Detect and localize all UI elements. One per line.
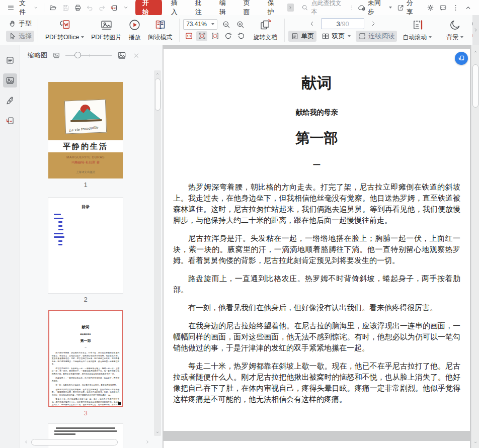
pdf-to-image-button[interactable]: PDF转图片 — [88, 17, 125, 43]
rotate-document-label: 旋转文档 — [253, 33, 277, 42]
hand-tool-button[interactable]: 手型 — [6, 18, 34, 29]
file-menu[interactable]: 文件 — [17, 0, 40, 17]
rotate-document-button[interactable]: 旋转文档 — [250, 17, 281, 43]
fit-page-button[interactable] — [196, 31, 207, 41]
cursor-icon — [9, 32, 17, 40]
select-tool-label: 选择 — [19, 32, 32, 41]
share-label: 分享 — [407, 0, 419, 17]
play-button[interactable]: 播放 — [125, 17, 144, 43]
thumbnail-label-2: 2 — [48, 296, 123, 303]
panel-scroll-left-button[interactable] — [24, 440, 28, 444]
panel-scroll-right-button[interactable] — [145, 440, 149, 444]
background-label: 背景 — [446, 33, 458, 42]
thumbnail-page-3-selected[interactable]: 献词 献给我的母亲 第一部 一 热罗姆深弯着腰，朝比格的方向走去。打完了架，尼古… — [48, 310, 123, 407]
panel-vertical-scrollbar[interactable] — [154, 70, 161, 436]
continuous-reading-icon — [358, 32, 366, 40]
save-button[interactable] — [60, 2, 71, 13]
double-page-label: 双页 — [332, 32, 345, 41]
panel-scrollbar-thumb[interactable] — [155, 78, 161, 111]
cover-script-title: La vie tranquille — [69, 125, 106, 133]
zoom-level-select[interactable]: 73.41% — [183, 19, 217, 30]
panel-scroll-up-button[interactable] — [154, 70, 161, 77]
export-word-rail-button[interactable] — [3, 114, 17, 128]
pdf-to-image-icon — [100, 19, 113, 31]
export-word-button[interactable] — [108, 2, 120, 13]
panel-scroll-down-button[interactable] — [154, 429, 161, 436]
paragraph: 尼古拉浑身是汗。头发粘在一起，一绺绺地搭在脸上；胸脯一起一伏，上面红一块，紫一块… — [173, 233, 460, 266]
fit-width-button[interactable] — [209, 31, 220, 41]
zoom-out-button[interactable] — [220, 19, 231, 29]
ribbon-overflow-button[interactable] — [287, 4, 294, 12]
double-page-button[interactable]: 双页 — [319, 31, 353, 42]
page-number-input[interactable]: 3/90 — [321, 18, 364, 29]
redo-button[interactable] — [96, 2, 108, 13]
text-line-art — [56, 427, 115, 429]
pdf-to-office-label: PDF转Office — [45, 33, 79, 42]
page-paragraphs: 热罗姆深弯着腰，朝比格的方向走去。打完了架，尼古拉立即瘫倒在铁道的斜坡上。我走过… — [173, 182, 460, 405]
thumbnail-page-1[interactable]: La vie tranquille 平静的生活 MARGUERITE DURAS… — [48, 82, 123, 178]
document-page-4-edge[interactable] — [164, 441, 470, 448]
sync-status[interactable]: 未同步 — [356, 0, 394, 17]
thumbnail-size-slider[interactable] — [65, 52, 112, 59]
thumbnail-panel-button[interactable] — [3, 73, 17, 87]
actual-size-button[interactable] — [183, 31, 194, 41]
paragraph: 热罗姆深弯着腰，朝比格的方向走去。打完了架，尼古拉立即瘫倒在铁道的斜坡上。我走过… — [52, 351, 120, 366]
export-word-floating-button[interactable] — [455, 52, 468, 65]
text-line-art — [54, 433, 75, 435]
single-page-button[interactable]: 单页 — [288, 31, 316, 42]
continuous-reading-button[interactable]: 连续阅读 — [356, 31, 397, 42]
left-rail — [0, 45, 20, 448]
document-view[interactable]: 献词 献给我的母亲 第一部 一 热罗姆深弯着腰，朝比格的方向走去。打完了架，尼古… — [163, 45, 471, 448]
divider — [38, 19, 38, 42]
annotation-panel-button[interactable] — [3, 94, 17, 108]
background-button[interactable]: 背景 — [443, 17, 467, 43]
thumbnail-larger-icon[interactable] — [117, 51, 126, 60]
total-pages: /90 — [340, 20, 349, 28]
auto-scroll-label: 自动滚动 — [403, 33, 427, 42]
find-text-box[interactable]: 点此查找文本 — [301, 0, 355, 16]
main-vertical-scrollbar[interactable] — [471, 45, 479, 448]
slider-knob[interactable] — [74, 52, 81, 58]
reading-mode-label: 阅读模式 — [148, 33, 172, 42]
feedback-button[interactable] — [437, 2, 449, 13]
select-tool-button[interactable]: 选择 — [6, 31, 34, 42]
main-scroll-down-button[interactable] — [472, 439, 479, 446]
share-button[interactable]: 分享 — [395, 0, 421, 17]
zoom-dropdown-caret — [211, 23, 214, 25]
chevron-down-icon — [34, 6, 38, 10]
thumbnail-page-2[interactable]: 目录 — [48, 198, 123, 293]
zoom-in-button[interactable] — [234, 19, 246, 29]
outline-panel-button[interactable] — [3, 53, 17, 67]
quickbar-dropdown[interactable] — [120, 2, 132, 13]
rotate-cw-button[interactable] — [222, 31, 233, 41]
selection-corner-handle — [118, 402, 121, 405]
document-page-3[interactable]: 献词 献给我的母亲 第一部 一 热罗姆深弯着腰，朝比格的方向走去。打完了架，尼古… — [164, 49, 470, 431]
search-more-icon[interactable] — [349, 5, 355, 11]
auto-scroll-caret — [429, 36, 432, 38]
toolbar-expander-button[interactable] — [472, 15, 479, 45]
settings-button[interactable] — [425, 2, 436, 13]
rotate-ccw-button[interactable] — [235, 31, 247, 41]
paragraph: 每走二十米，热罗姆都靠在斜坡上歇一歇。现在，他已不在乎尼古拉打了他。尼古拉或者随… — [173, 361, 460, 405]
open-file-button[interactable] — [47, 2, 59, 13]
collapse-ribbon-button[interactable] — [462, 2, 474, 13]
reading-mode-button[interactable]: 阅读模式 — [144, 17, 176, 43]
main-scrollbar-thumb[interactable] — [472, 64, 478, 108]
pdf-to-office-button[interactable]: PDF转Office — [42, 17, 88, 43]
print-button[interactable] — [72, 2, 84, 13]
auto-scroll-button[interactable]: 自动滚动 — [399, 17, 435, 43]
mini-paragraphs: 热罗姆深弯着腰，朝比格的方向走去。打完了架，尼古拉立即瘫倒在铁道的斜坡上。我走过… — [52, 351, 120, 406]
close-panel-button[interactable] — [133, 52, 139, 59]
panel-hscrollbar-thumb[interactable] — [31, 439, 118, 445]
main-scroll-up-button[interactable] — [472, 48, 479, 55]
mini-part: 第一部 — [49, 338, 122, 343]
undo-button[interactable] — [84, 2, 96, 13]
thumbnail-smaller-icon[interactable] — [53, 52, 60, 59]
auto-scroll-icon — [411, 19, 424, 31]
next-page-button[interactable] — [368, 19, 378, 29]
prev-page-button[interactable] — [307, 19, 317, 29]
divider — [179, 19, 180, 42]
app-menu-icon[interactable] — [5, 2, 17, 13]
more-options-button[interactable] — [450, 2, 461, 13]
panel-horizontal-scrollbar[interactable] — [24, 438, 149, 445]
